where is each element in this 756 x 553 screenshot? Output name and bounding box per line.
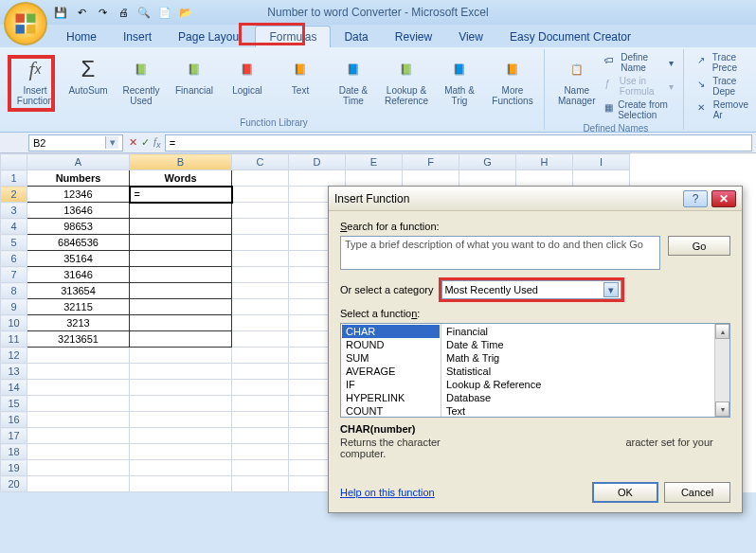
row-header[interactable]: 7 (1, 267, 27, 283)
cancel-formula-icon[interactable]: ✕ (129, 136, 137, 149)
col-header-A[interactable]: A (27, 154, 130, 170)
tab-home[interactable]: Home (53, 27, 110, 47)
col-header-D[interactable]: D (289, 154, 346, 170)
list-item[interactable]: Lookup & Reference (442, 378, 730, 391)
cell[interactable]: 12346 (27, 187, 130, 203)
office-button[interactable] (4, 2, 47, 45)
cell[interactable]: 13646 (27, 203, 130, 219)
tab-page-layout[interactable]: Page Layout (165, 27, 255, 47)
col-header-C[interactable]: C (232, 154, 289, 170)
help-button[interactable]: ? (683, 190, 708, 207)
list-item[interactable]: Math & Trig (442, 351, 730, 365)
list-item[interactable]: Database (442, 391, 730, 404)
list-item[interactable]: AVERAGE (342, 365, 440, 378)
row-header[interactable]: 3 (1, 203, 27, 219)
list-item[interactable]: ROUND (342, 338, 440, 351)
list-item[interactable]: Date & Time (442, 338, 730, 351)
row-header[interactable]: 20 (1, 476, 27, 492)
insert-function-button[interactable]: fx Insert Function (9, 51, 61, 116)
list-item[interactable]: Financial (442, 325, 730, 338)
more-functions-button[interactable]: 📙 More Functions (487, 51, 538, 116)
cell[interactable]: 98653 (27, 219, 130, 235)
list-item[interactable]: COUNT (342, 404, 440, 418)
row-header[interactable]: 12 (1, 348, 27, 364)
cell[interactable]: 313654 (27, 283, 130, 299)
cell[interactable]: 31646 (27, 267, 130, 283)
chevron-down-icon[interactable]: ▾ (105, 136, 118, 149)
row-header[interactable]: 18 (1, 444, 27, 460)
tab-easy-doc[interactable]: Easy Document Creator (496, 27, 644, 47)
recently-used-button[interactable]: 📗 Recently Used (116, 51, 167, 116)
col-header-E[interactable]: E (346, 154, 403, 170)
cell[interactable]: 6846536 (27, 235, 130, 251)
row-header[interactable]: 19 (1, 460, 27, 476)
tab-data[interactable]: Data (331, 27, 381, 47)
tab-review[interactable]: Review (382, 27, 445, 47)
chevron-down-icon[interactable]: ▾ (603, 282, 619, 297)
row-header[interactable]: 13 (1, 364, 27, 380)
row-header[interactable]: 15 (1, 396, 27, 412)
list-item[interactable]: HYPERLINK (342, 391, 440, 404)
cancel-button[interactable]: Cancel (664, 482, 730, 503)
list-item[interactable]: CHAR (342, 325, 440, 338)
enter-formula-icon[interactable]: ✓ (141, 136, 150, 149)
dialog-titlebar[interactable]: Insert Function ? ✕ (329, 187, 742, 211)
redo-icon[interactable]: ↷ (95, 5, 110, 20)
go-button[interactable]: Go (668, 236, 730, 256)
row-header[interactable]: 16 (1, 412, 27, 428)
fx-icon[interactable]: fx (153, 135, 161, 150)
ok-button[interactable]: OK (592, 482, 658, 503)
cell[interactable] (232, 170, 289, 187)
text-button[interactable]: 📙 Text (275, 51, 326, 116)
math-trig-button[interactable]: 📘 Math & Trig (434, 51, 485, 116)
scroll-down-icon[interactable]: ▾ (715, 401, 729, 417)
open-icon[interactable]: 📂 (178, 5, 193, 20)
row-header[interactable]: 5 (1, 235, 27, 251)
remove-arrows-button[interactable]: ✕Remove Ar (693, 98, 755, 121)
tab-insert[interactable]: Insert (110, 27, 165, 47)
save-icon[interactable]: 💾 (53, 5, 68, 20)
row-header[interactable]: 6 (1, 251, 27, 267)
col-header-B[interactable]: B (130, 154, 232, 170)
list-item[interactable]: Statistical (442, 365, 730, 378)
trace-precedents-button[interactable]: ↗Trace Prece (693, 51, 755, 74)
category-dropdown[interactable]: Most Recently Used ▾ (441, 280, 621, 299)
new-icon[interactable]: 📄 (157, 5, 172, 20)
formula-input[interactable]: = (165, 134, 752, 152)
row-header[interactable]: 14 (1, 380, 27, 396)
list-item[interactable]: IF (342, 378, 440, 391)
cell[interactable]: 35164 (27, 251, 130, 267)
undo-icon[interactable]: ↶ (74, 5, 89, 20)
cell[interactable]: Words (130, 170, 232, 187)
col-header-H[interactable]: H (516, 154, 573, 170)
row-header[interactable]: 10 (1, 315, 27, 331)
scrollbar[interactable]: ▴ ▾ (714, 324, 729, 417)
scroll-up-icon[interactable]: ▴ (715, 324, 729, 339)
trace-dependents-button[interactable]: ↘Trace Depe (693, 75, 755, 98)
col-header-F[interactable]: F (403, 154, 459, 170)
lookup-ref-button[interactable]: 📗 Lookup & Reference (381, 51, 432, 116)
close-button[interactable]: ✕ (711, 190, 736, 207)
active-cell[interactable]: = (130, 187, 232, 203)
col-header-I[interactable]: I (573, 154, 630, 170)
row-header[interactable]: 1 (1, 170, 27, 187)
tab-view[interactable]: View (445, 27, 496, 47)
row-header[interactable]: 4 (1, 219, 27, 235)
tab-formulas[interactable]: Formulas (255, 26, 331, 47)
name-box[interactable]: B2▾ (28, 134, 123, 152)
select-all-corner[interactable] (1, 154, 27, 170)
row-header[interactable]: 11 (1, 331, 27, 348)
list-item[interactable]: Text (442, 404, 730, 418)
cell[interactable]: Numbers (27, 170, 130, 187)
cell[interactable]: 32115 (27, 299, 130, 315)
print-icon[interactable]: 🖨 (116, 5, 131, 20)
search-input[interactable]: Type a brief description of what you wan… (340, 236, 660, 270)
col-header-G[interactable]: G (459, 154, 516, 170)
preview-icon[interactable]: 🔍 (136, 5, 152, 20)
row-header[interactable]: 8 (1, 283, 27, 299)
logical-button[interactable]: 📕 Logical (222, 51, 273, 116)
row-header[interactable]: 9 (1, 299, 27, 315)
date-time-button[interactable]: 📘 Date & Time (328, 51, 379, 116)
define-name-button[interactable]: 🏷Define Name▾ (601, 51, 676, 74)
list-item[interactable]: SUM (342, 351, 440, 365)
